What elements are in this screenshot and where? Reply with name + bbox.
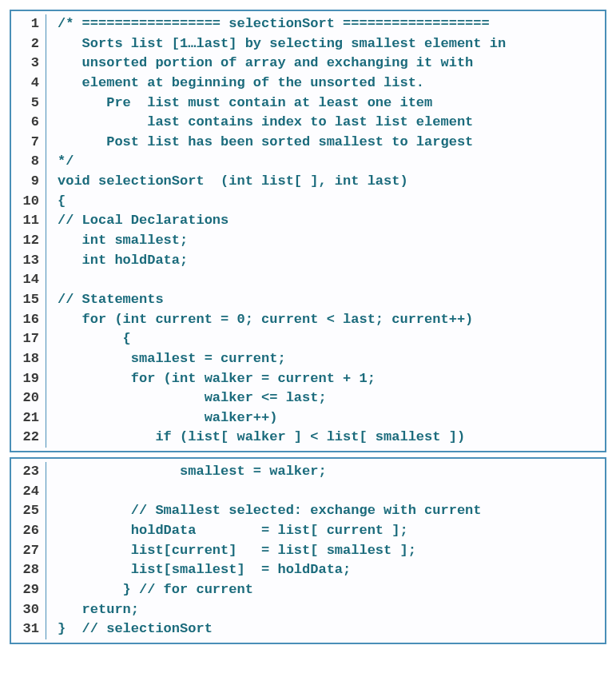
code-text: smallest = walker;: [46, 462, 327, 482]
code-line: 16 for (int current = 0; current < last;…: [11, 310, 605, 330]
code-line: 9void selectionSort (int list[ ], int la…: [11, 172, 605, 192]
code-line: 8*/: [11, 152, 605, 172]
code-text: int smallest;: [46, 231, 188, 251]
code-text: // Statements: [46, 290, 164, 310]
code-text: walker <= last;: [46, 388, 327, 408]
code-text: Sorts list [1…last] by selecting smalles…: [46, 34, 506, 54]
code-text: {: [46, 329, 131, 349]
line-number: 8: [11, 152, 46, 172]
line-number: 30: [11, 600, 46, 620]
code-line: 19 for (int walker = current + 1;: [11, 369, 605, 389]
code-text: smallest = current;: [46, 349, 286, 369]
code-line: 25 // Smallest selected: exchange with c…: [11, 501, 605, 521]
line-number: 1: [11, 14, 46, 34]
line-number: 28: [11, 560, 46, 580]
line-number: 20: [11, 388, 46, 408]
code-line: 29 } // for current: [11, 580, 605, 600]
code-text: element at beginning of the unsorted lis…: [46, 74, 424, 94]
code-block-top: 1/* ================= selectionSort ====…: [10, 10, 606, 452]
line-number: 17: [11, 329, 46, 349]
code-text: unsorted portion of array and exchanging…: [46, 54, 473, 74]
line-number: 29: [11, 580, 46, 600]
code-text: if (list[ walker ] < list[ smallest ]): [46, 428, 465, 448]
line-number: 11: [11, 211, 46, 231]
line-number: 10: [11, 192, 46, 212]
code-text: for (int current = 0; current < last; cu…: [46, 310, 473, 330]
code-line: 6 last contains index to last list eleme…: [11, 113, 605, 133]
code-text: void selectionSort (int list[ ], int las…: [46, 172, 408, 192]
code-line: 3 unsorted portion of array and exchangi…: [11, 54, 605, 74]
code-line: 26 holdData = list[ current ];: [11, 521, 605, 541]
code-line: 14: [11, 270, 605, 290]
code-line: 4 element at beginning of the unsorted l…: [11, 74, 605, 94]
code-line: 23 smallest = walker;: [11, 462, 605, 482]
code-text: /* ================= selectionSort =====…: [46, 14, 490, 34]
line-number: 9: [11, 172, 46, 192]
code-block-bottom: 23 smallest = walker; 24 25 // Smallest …: [10, 457, 606, 644]
code-text: */: [46, 152, 74, 172]
line-number: 15: [11, 290, 46, 310]
code-text: Post list has been sorted smallest to la…: [46, 133, 473, 153]
line-number: 13: [11, 251, 46, 271]
code-text: {: [46, 192, 66, 212]
code-line: 28 list[smallest] = holdData;: [11, 560, 605, 580]
code-text: // Local Declarations: [46, 211, 229, 231]
code-text: Pre list must contain at least one item: [46, 94, 432, 114]
code-text: walker++): [46, 408, 277, 428]
code-line: 10{: [11, 192, 605, 212]
code-text: // Smallest selected: exchange with curr…: [46, 501, 482, 521]
code-line: 1/* ================= selectionSort ====…: [11, 14, 605, 34]
code-text: } // selectionSort: [46, 619, 213, 639]
line-number: 31: [11, 619, 46, 639]
code-text: for (int walker = current + 1;: [46, 369, 376, 389]
code-line: 15// Statements: [11, 290, 605, 310]
line-number: 22: [11, 428, 46, 448]
code-line: 21 walker++): [11, 408, 605, 428]
code-text: } // for current: [46, 580, 253, 600]
code-line: 20 walker <= last;: [11, 388, 605, 408]
line-number: 27: [11, 541, 46, 561]
line-number: 19: [11, 369, 46, 389]
code-line: 22 if (list[ walker ] < list[ smallest ]…: [11, 428, 605, 448]
code-line: 7 Post list has been sorted smallest to …: [11, 133, 605, 153]
line-number: 5: [11, 94, 46, 114]
code-text: return;: [46, 600, 139, 620]
line-number: 2: [11, 34, 46, 54]
line-number: 23: [11, 462, 46, 482]
line-number: 3: [11, 54, 46, 74]
code-line: 30 return;: [11, 600, 605, 620]
code-line: 5 Pre list must contain at least one ite…: [11, 94, 605, 114]
line-number: 12: [11, 231, 46, 251]
code-text: list[smallest] = holdData;: [46, 560, 351, 580]
line-number: 18: [11, 349, 46, 369]
code-text: last contains index to last list element: [46, 113, 473, 133]
code-line: 18 smallest = current;: [11, 349, 605, 369]
code-line: 13 int holdData;: [11, 251, 605, 271]
line-number: 26: [11, 521, 46, 541]
code-line: 2 Sorts list [1…last] by selecting small…: [11, 34, 605, 54]
code-line: 17 {: [11, 329, 605, 349]
code-line: 24: [11, 482, 605, 502]
code-line: 27 list[current] = list[ smallest ];: [11, 541, 605, 561]
line-number: 21: [11, 408, 46, 428]
code-line: 11// Local Declarations: [11, 211, 605, 231]
line-number: 24: [11, 482, 46, 502]
code-line: 31} // selectionSort: [11, 619, 605, 639]
line-number: 4: [11, 74, 46, 94]
code-text: list[current] = list[ smallest ];: [46, 541, 416, 561]
line-number: 6: [11, 113, 46, 133]
code-line: 12 int smallest;: [11, 231, 605, 251]
line-number: 14: [11, 270, 46, 290]
line-number: 7: [11, 133, 46, 153]
line-number: 25: [11, 501, 46, 521]
line-number: 16: [11, 310, 46, 330]
code-text: holdData = list[ current ];: [46, 521, 408, 541]
code-text: int holdData;: [46, 251, 188, 271]
